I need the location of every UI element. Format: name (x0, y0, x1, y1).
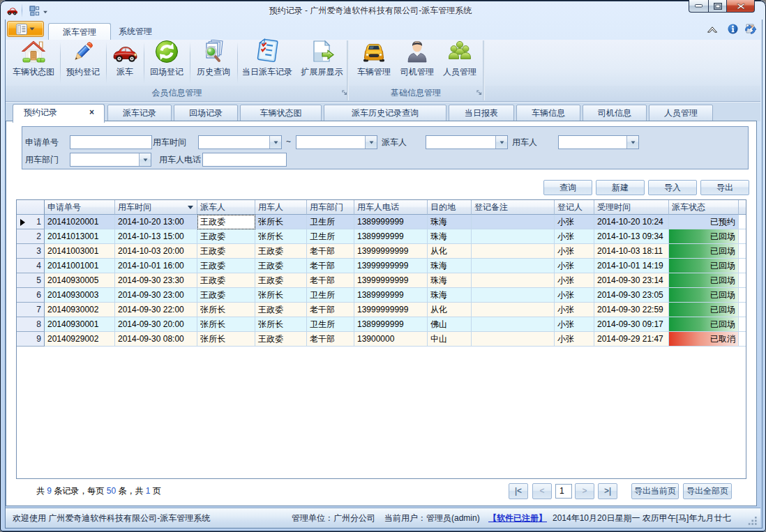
grid-cell[interactable]: 2014-10-13 15:00 (115, 229, 197, 244)
info-icon[interactable] (728, 24, 738, 34)
grid-cell[interactable]: 2014-09-30 23:05 (594, 288, 669, 303)
document-tab-6[interactable]: 当日报表 (449, 105, 514, 121)
grid-cell[interactable]: 已取消 (669, 332, 739, 347)
grid-cell[interactable]: 1389999999 (354, 215, 428, 229)
dropdown-arrow-icon[interactable] (269, 136, 281, 149)
document-tab-2[interactable]: 派车记录 (107, 105, 172, 121)
grid-cell[interactable]: 2014-09-30 22:59 (594, 303, 669, 317)
column-header-7[interactable]: 目的地 (428, 200, 472, 215)
column-header-4[interactable]: 用车人 (255, 200, 307, 215)
grid-cell[interactable] (472, 303, 555, 317)
use-time-from-combo[interactable] (198, 135, 282, 149)
grid-cell[interactable]: 2014-09-30 08:00 (115, 332, 197, 347)
grid-cell[interactable]: 小张 (555, 303, 594, 317)
grid-cell[interactable]: 王政委 (197, 229, 255, 244)
grid-cell[interactable]: 1389999999 (354, 288, 428, 303)
row-header[interactable]: 9 (17, 332, 45, 347)
grid-cell[interactable]: 2014-09-30 23:00 (115, 288, 197, 303)
grid-cell[interactable]: 1389999999 (354, 229, 428, 244)
close-tab-icon[interactable]: × (89, 105, 94, 121)
grid-cell[interactable]: 2014-09-30 22:00 (115, 303, 197, 317)
grid-cell[interactable]: 已预约 (669, 215, 739, 229)
row-header[interactable]: 6 (17, 288, 45, 303)
prev-page-button[interactable]: < (532, 483, 552, 499)
column-header-10[interactable]: 受理时间 (594, 200, 669, 215)
grid-cell[interactable]: 13999999999 (354, 244, 428, 259)
next-page-button[interactable]: > (575, 483, 594, 499)
row-header[interactable]: 2 (17, 229, 45, 244)
grid-cell[interactable]: 2014-09-30 23:14 (594, 273, 669, 288)
grid-cell[interactable]: 小张 (555, 317, 594, 332)
ribbon-button-house[interactable]: 车辆状态图 (7, 40, 60, 85)
grid-cell[interactable] (472, 273, 555, 288)
query-button[interactable]: 查询 (543, 180, 592, 195)
grid-cell[interactable] (472, 288, 555, 303)
dispatcher-combo[interactable] (426, 135, 508, 149)
grid-cell[interactable]: 20140929002 (45, 332, 115, 347)
grid-cell[interactable]: 卫生所 (307, 288, 354, 303)
grid-cell[interactable]: 20140930002 (45, 303, 115, 317)
grid-cell[interactable] (472, 244, 555, 259)
column-header-11[interactable]: 派车状态 (669, 200, 739, 215)
grid-cell[interactable]: 2014-09-30 09:17 (594, 317, 669, 332)
document-tab-1[interactable]: 预约记录× (13, 104, 105, 123)
grid-cell[interactable]: 小张 (555, 332, 594, 347)
grid-cell[interactable]: 2014-10-13 09:34 (594, 229, 669, 244)
title-bar[interactable]: 预约记录 - 广州爱奇迪软件科技有限公司-派车管理系统 (1, 1, 765, 20)
ribbon-button-people[interactable]: 人员管理 (438, 40, 481, 85)
document-tab-5[interactable]: 派车历史记录查询 (324, 105, 446, 121)
row-header[interactable]: 4 (17, 259, 45, 273)
grid-cell[interactable]: 珠海 (428, 273, 472, 288)
ribbon-button-history-search[interactable]: 历史查询 (190, 40, 237, 85)
registered-link[interactable]: 【软件已注册】 (488, 508, 547, 528)
grid-cell[interactable]: 从化 (428, 303, 472, 317)
grid-cell[interactable]: 佛山 (428, 317, 472, 332)
grid-cell[interactable]: 13900000 (354, 332, 428, 347)
grid-cell[interactable]: 1389999999 (354, 317, 428, 332)
document-tab-4[interactable]: 车辆状态图 (240, 105, 322, 121)
grid-cell[interactable]: 2014-10-01 14:19 (594, 259, 669, 273)
grid-cell[interactable]: 卫生所 (307, 317, 354, 332)
column-header-8[interactable]: 登记备注 (472, 200, 555, 215)
phone-input[interactable] (202, 153, 287, 167)
grid-cell[interactable]: 2014-10-20 10:24 (594, 215, 669, 229)
grid-cell[interactable]: 20140930005 (45, 273, 115, 288)
close-button[interactable] (727, 0, 755, 13)
grid-cell[interactable]: 2014-09-29 21:47 (594, 332, 669, 347)
column-header-1[interactable]: 申请单号 (45, 200, 115, 215)
grid-cell[interactable]: 王政委 (197, 259, 255, 273)
ribbon-tab-2[interactable]: 系统管理 (114, 23, 156, 40)
dropdown-arrow-icon[interactable] (139, 153, 151, 166)
dropdown-arrow-icon[interactable] (365, 136, 377, 149)
ribbon-button-recycle[interactable]: 回场登记 (144, 40, 190, 85)
grid-cell[interactable]: 2014-10-20 13:00 (115, 215, 197, 229)
grid-cell[interactable]: 2014-10-03 18:11 (594, 244, 669, 259)
ribbon-button-driver[interactable]: 司机管理 (396, 40, 438, 85)
grid-cell[interactable]: 王政委 (255, 259, 307, 273)
grid-cell[interactable]: 2014-09-30 20:00 (115, 317, 197, 332)
grid-cell[interactable]: 王政委 (197, 215, 255, 229)
grid-cell[interactable]: 王政委 (197, 288, 255, 303)
document-tab-7[interactable]: 车辆信息 (516, 105, 580, 121)
grid-cell[interactable]: 张所长 (255, 288, 307, 303)
grid-cell[interactable]: 张所长 (255, 317, 307, 332)
grid-cell[interactable]: 小张 (555, 244, 594, 259)
import-button[interactable]: 导入 (648, 180, 697, 195)
grid-cell[interactable]: 已回场 (669, 244, 739, 259)
column-header-2[interactable]: 用车时间 (115, 200, 197, 215)
grid-cell[interactable]: 13999999999 (354, 303, 428, 317)
grid-cell[interactable]: 张所长 (255, 215, 307, 229)
grid-cell[interactable]: 卫生所 (307, 215, 354, 229)
grid-cell[interactable]: 老干部 (307, 332, 354, 347)
grid-cell[interactable]: 张所长 (197, 303, 255, 317)
grid-cell[interactable]: 20141020001 (45, 215, 115, 229)
collapse-ribbon-icon[interactable] (707, 26, 718, 33)
ribbon-button-red-car[interactable]: 派车 (106, 40, 144, 85)
document-tab-3[interactable]: 回场记录 (174, 105, 238, 121)
user-combo[interactable] (558, 135, 639, 149)
grid-cell[interactable]: 20141013001 (45, 229, 115, 244)
last-page-button[interactable]: >| (598, 483, 617, 499)
resize-grip[interactable] (748, 517, 758, 525)
grid-cell[interactable]: 老干部 (307, 303, 354, 317)
export-current-page-button[interactable]: 导出当前页 (631, 483, 679, 499)
